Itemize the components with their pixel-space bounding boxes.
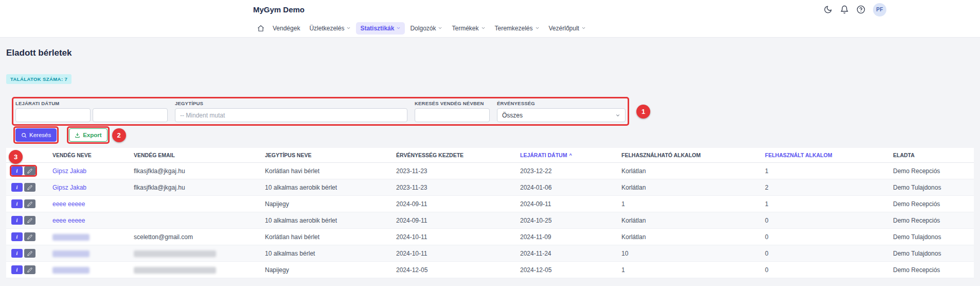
guest-name-link[interactable]: Gipsz Jakab	[52, 167, 86, 175]
used-count-cell: 0	[760, 212, 888, 229]
nav-item-label: Termékek	[452, 25, 478, 32]
filter-label: KERESÉS VENDÉG NÉVBEN	[415, 100, 490, 106]
row-edit-button[interactable]	[24, 199, 35, 208]
expiry-to-input[interactable]	[93, 108, 168, 122]
export-button[interactable]: Export	[69, 128, 107, 142]
row-info-button[interactable]: i	[11, 216, 23, 225]
nav-item-dolgozok[interactable]: Dolgozók	[406, 22, 447, 35]
filter-label: JEGYTÍPUS	[175, 100, 407, 106]
column-header-email[interactable]: VENDÉG EMAIL	[129, 148, 260, 163]
column-header-ticket[interactable]: JEGYTÍPUS NEVE	[260, 148, 391, 163]
main-nav: VendégekÜzletkezelésStatisztikákDolgozók…	[0, 19, 980, 38]
column-header-name[interactable]: VENDÉG NEVE	[47, 148, 129, 163]
table-row: i10 alkalmas bérlet2024-10-112024-11-241…	[6, 245, 974, 262]
help-button[interactable]	[857, 5, 865, 14]
row-info-button[interactable]: i	[11, 166, 23, 175]
date-range	[15, 108, 168, 122]
validity-start-cell: 2024-10-11	[391, 245, 515, 262]
row-edit-button[interactable]	[24, 265, 35, 274]
home-nav-button[interactable]	[254, 23, 268, 34]
redacted-text	[134, 250, 216, 257]
validity-start-cell: 2024-09-11	[391, 212, 515, 229]
filter-validity: ÉRVÉNYESSÉG Összes	[497, 100, 626, 122]
validity-start-cell: 2023-11-23	[391, 163, 515, 179]
guest-name-link[interactable]: Gipsz Jakab	[52, 184, 86, 191]
row-actions-cell: i	[6, 245, 47, 262]
usable-count-cell: 1	[616, 262, 760, 278]
ticket-type-input[interactable]	[175, 108, 407, 122]
guest-search-input[interactable]	[415, 108, 490, 122]
results-table: VENDÉG NEVEVENDÉG EMAILJEGYTÍPUS NEVEÉRV…	[6, 148, 974, 278]
search-icon	[21, 132, 27, 138]
row-info-button[interactable]: i	[11, 249, 23, 258]
row-actions-cell: i	[6, 179, 47, 196]
usable-count-cell: Korlátlan	[616, 163, 760, 179]
table-row: iGipsz Jakabflkasjfkla@jkgaj.hu10 alkalm…	[6, 179, 974, 196]
chevron-down-icon	[615, 113, 620, 118]
pencil-icon	[27, 185, 32, 190]
nav-item-vezerlopult[interactable]: Vezérlőpult	[545, 22, 590, 35]
chevron-down-icon	[581, 26, 586, 30]
notifications-button[interactable]	[840, 5, 849, 14]
nav-item-vendegek[interactable]: Vendégek	[269, 22, 304, 35]
table-row: iGipsz Jakabflkasjfkla@jkgaj.huKorlátlan…	[6, 163, 974, 179]
guest-email-cell: sceletton@gmail.com	[129, 229, 260, 245]
row-edit-button[interactable]	[24, 166, 35, 175]
table-row: isceletton@gmail.comKorlátlan havi bérle…	[6, 229, 974, 245]
guest-name-link[interactable]: eeee eeeee	[52, 200, 85, 208]
seller-cell: Demo Recepciós	[888, 262, 974, 278]
question-icon	[857, 5, 865, 14]
row-info-button[interactable]: i	[11, 199, 23, 208]
nav-item-statisztikak[interactable]: Statisztikák	[356, 22, 405, 35]
column-header-start[interactable]: ÉRVÉNYESSÉG KEZDETE	[391, 148, 515, 163]
expiry-from-input[interactable]	[15, 108, 91, 122]
nav-item-teremkezeles[interactable]: Teremkezelés	[491, 22, 544, 35]
guest-name-cell	[47, 245, 129, 262]
main-content: Eladott bérletek TALÁLATOK SZÁMA: 7 LEJÁ…	[0, 38, 980, 278]
expiry-date-cell: 2024-11-09	[515, 229, 616, 245]
expiry-date-cell: 2024-11-24	[515, 245, 616, 262]
filter-guest-search: KERESÉS VENDÉG NÉVBEN	[415, 100, 490, 122]
badge-row: TALÁLATOK SZÁMA: 7	[6, 74, 974, 84]
usable-count-cell: Korlátlan	[616, 179, 760, 196]
guest-name-cell: Gipsz Jakab	[47, 163, 129, 179]
row-edit-button[interactable]	[24, 216, 35, 225]
column-header-usable[interactable]: FELHASZNÁLHATÓ ALKALOM	[616, 148, 760, 163]
redacted-text	[52, 234, 90, 241]
seller-cell: Demo Recepciós	[888, 163, 974, 179]
pencil-icon	[27, 201, 32, 207]
nav-item-label: Üzletkezelés	[309, 25, 344, 32]
search-button[interactable]: Keresés	[15, 128, 57, 142]
row-actions-cell: i	[6, 163, 47, 179]
column-header-used[interactable]: FELHASZNÁLT ALKALOM	[760, 148, 888, 163]
row-edit-button[interactable]	[24, 183, 35, 192]
guest-name-link[interactable]: eeee eeeee	[52, 217, 85, 224]
chevron-down-icon	[396, 26, 401, 30]
row-info-button[interactable]: i	[11, 232, 23, 241]
export-icon	[75, 132, 80, 138]
guest-email-cell	[129, 196, 260, 212]
column-header-expiry[interactable]: LEJÁRATI DÁTUM^	[515, 148, 616, 163]
column-header-seller[interactable]: ELADTA	[888, 148, 974, 163]
guest-email-cell	[129, 245, 260, 262]
nav-item-termekek[interactable]: Termékek	[448, 22, 489, 35]
validity-select[interactable]: Összes	[497, 108, 626, 122]
guest-email-cell	[129, 262, 260, 278]
used-count-cell: 1	[760, 196, 888, 212]
row-edit-button[interactable]	[24, 232, 35, 241]
row-info-button[interactable]: i	[11, 183, 23, 192]
table-row: ieeee eeeeeNapijegy2024-09-112024-09-111…	[6, 196, 974, 212]
chevron-down-icon	[481, 26, 486, 30]
row-edit-button[interactable]	[24, 249, 35, 258]
results-count-badge: TALÁLATOK SZÁMA: 7	[6, 74, 72, 84]
expiry-date-cell: 2024-10-25	[515, 212, 616, 229]
avatar[interactable]: PF	[873, 3, 886, 16]
guest-name-cell	[47, 229, 129, 245]
ticket-type-cell: 10 alkalmas bérlet	[260, 245, 391, 262]
row-info-button[interactable]: i	[11, 265, 23, 274]
dark-mode-toggle[interactable]	[824, 5, 832, 14]
column-header-actions	[6, 148, 47, 163]
row-actions-cell: i	[6, 196, 47, 212]
nav-item-uzletkezeles[interactable]: Üzletkezelés	[305, 22, 355, 35]
usable-count-cell: Korlátlan	[616, 229, 760, 245]
